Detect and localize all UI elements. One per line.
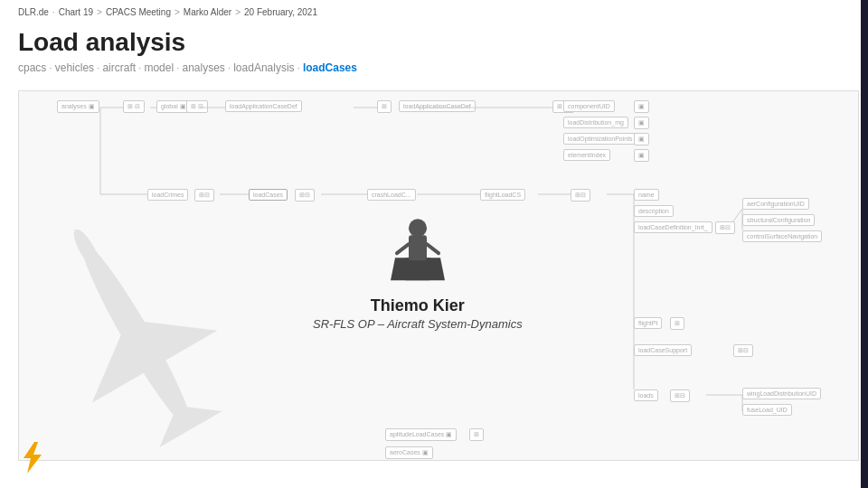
- svg-line-29: [397, 244, 409, 253]
- node-expand-ld: ⊞⊟: [715, 221, 735, 234]
- node-load-support: loadCaseSupport: [634, 344, 692, 356]
- speaker-name: Thiemo Kier: [371, 296, 465, 315]
- node-flight-pt: flightPt: [634, 317, 662, 329]
- node-load-cases: loadCases: [249, 189, 288, 201]
- title-area: Load analysis cpacs · vehicles · aircraf…: [18, 27, 357, 74]
- node-crash-load: crashLoadC...: [367, 189, 416, 201]
- breadcrumb: DLR.de · Chart 19 > CPACS Meeting > Mark…: [18, 7, 317, 17]
- node-loads: loads: [634, 389, 658, 401]
- svg-line-21: [733, 209, 742, 221]
- node-load-app: loadApplicationCaseDef: [225, 100, 302, 112]
- svg-marker-26: [391, 258, 445, 280]
- breadcrumb-chart: Chart 19: [59, 7, 93, 17]
- node-name: name: [634, 189, 659, 201]
- node-expand-lo: ⊞⊟: [670, 389, 690, 402]
- aircraft-silhouette: [46, 209, 227, 461]
- node-load-opt: loadOptimizationPoints: [563, 133, 637, 145]
- node-expand-m1: ⊞⊟: [194, 189, 214, 202]
- right-sidebar: [861, 0, 868, 488]
- node-aero-cases: aeroCases ▣: [385, 446, 433, 459]
- node-flight-load: flightLoadCS: [480, 189, 525, 201]
- node-expand-apt: ⊞: [469, 428, 484, 441]
- node-aer-config: aerConfigurationUID: [742, 198, 809, 210]
- node-ctrl-surf: controlSurfaceNavigation: [742, 230, 822, 242]
- nav-load-cases[interactable]: loadCases: [303, 61, 357, 74]
- node-expand-ls: ⊞⊟: [733, 344, 753, 357]
- nav-load-analysis[interactable]: loadAnalysis: [233, 61, 294, 74]
- node-expand-fp: ⊞: [670, 317, 684, 330]
- node-load-dist: loadDistribution_mg: [563, 117, 628, 128]
- node-wing-load: wingLoadDistributionUID: [742, 388, 821, 399]
- svg-marker-2: [146, 388, 222, 447]
- speaker-role: SR-FLS OP – Aircraft System-Dynamics: [313, 317, 523, 331]
- node-expand-m2: ⊞⊟: [295, 189, 315, 202]
- nav-cpacs[interactable]: cpacs: [18, 61, 46, 74]
- node-apt-cases: aptitudeLoadCases ▣: [385, 428, 457, 441]
- svg-point-28: [409, 219, 427, 237]
- speaker-overlay: Thiemo Kier SR-FLS OP – Aircraft System-…: [313, 208, 523, 331]
- breadcrumb-date: 20 February, 2021: [244, 7, 317, 17]
- node-expand-r2: ▣: [634, 117, 649, 129]
- node-expand-1: ⊞ ⊟: [123, 100, 145, 113]
- nav-aircraft[interactable]: aircraft: [102, 61, 136, 74]
- breadcrumb-meeting: CPACS Meeting: [106, 7, 171, 17]
- breadcrumb-dlr: DLR.de: [18, 7, 49, 17]
- nav-model[interactable]: model: [144, 61, 174, 74]
- node-desc: description: [634, 205, 674, 217]
- svg-marker-31: [24, 442, 42, 474]
- diagram-canvas: analyses ▣ ⊞ ⊟ global ▣ ⊞ ⊟ loadApplicat…: [19, 91, 858, 460]
- node-expand-r3: ▣: [634, 133, 649, 145]
- page-title: Load analysis: [18, 27, 357, 58]
- node-load-crimes: loadCrimes: [147, 189, 188, 201]
- logo-icon: [18, 442, 45, 479]
- node-expand-fl: ⊞⊟: [571, 189, 590, 202]
- node-load-app2: loadApplicationCaseDef: [399, 100, 476, 112]
- svg-marker-1: [65, 284, 218, 403]
- diagram-area: analyses ▣ ⊞ ⊟ global ▣ ⊞ ⊟ loadApplicat…: [18, 90, 859, 461]
- node-comp-uid: componentUID: [563, 100, 615, 112]
- node-elem-idx: elementIndex: [563, 149, 610, 161]
- svg-rect-27: [409, 235, 427, 260]
- nav-vehicles[interactable]: vehicles: [55, 61, 94, 74]
- nav-analyses[interactable]: analyses: [182, 61, 224, 74]
- node-expand-3: ⊞: [377, 100, 392, 113]
- subtitle-nav: cpacs · vehicles · aircraft · model · an…: [18, 61, 357, 74]
- node-expand-r1: ▣: [634, 100, 649, 113]
- node-global: global ▣: [156, 100, 191, 113]
- node-struct-config: structuralConfiguration: [742, 214, 815, 226]
- node-fuse-load: fuseLoad_UID: [742, 404, 792, 416]
- node-expand-r4: ▣: [634, 149, 649, 162]
- svg-line-30: [427, 244, 439, 253]
- speaker-icon-svg: [386, 208, 449, 289]
- node-load-def: loadCaseDefinition_Inrt_: [634, 221, 712, 233]
- node-analyses: analyses ▣: [57, 100, 99, 113]
- node-expand-2: ⊞ ⊟: [186, 100, 208, 113]
- breadcrumb-author: Marko Alder: [184, 7, 231, 17]
